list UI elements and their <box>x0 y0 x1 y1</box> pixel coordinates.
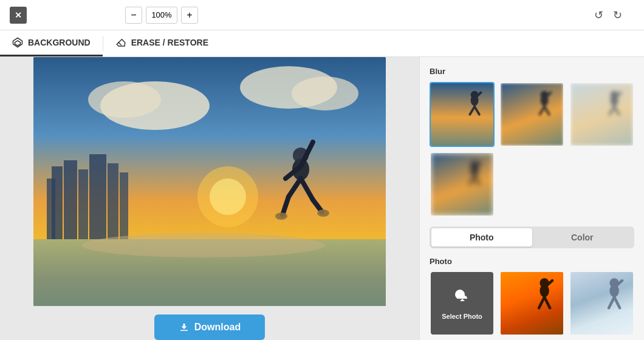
layers-icon <box>12 37 23 48</box>
scene-svg <box>33 57 386 306</box>
blur-thumb-3-scene <box>431 153 493 216</box>
upload-cloud-icon <box>453 287 472 306</box>
svg-line-47 <box>474 177 479 185</box>
svg-line-52 <box>544 297 550 308</box>
download-icon <box>179 322 190 333</box>
svg-rect-14 <box>89 154 106 239</box>
toggle-photo-button[interactable]: Photo <box>431 228 532 246</box>
main-content: Download Blur <box>0 57 644 340</box>
canvas-image <box>33 57 386 306</box>
svg-point-26 <box>317 209 329 217</box>
history-controls: ↺ ↻ <box>592 6 625 24</box>
photo-thumb-1-scene <box>501 272 563 335</box>
svg-point-9 <box>292 76 358 110</box>
svg-line-53 <box>539 297 544 308</box>
tab-erase-restore-label: ERASE / RESTORE <box>131 38 208 47</box>
blur-thumb-0-scene <box>431 83 493 146</box>
svg-rect-13 <box>78 169 88 239</box>
tab-background-label: BACKGROUND <box>28 38 91 47</box>
tab-background[interactable]: BACKGROUND <box>0 30 103 56</box>
undo-button[interactable]: ↺ <box>592 6 606 24</box>
photo-thumb-2[interactable] <box>569 271 634 336</box>
svg-rect-16 <box>120 172 128 239</box>
blur-thumb-1-scene <box>501 83 563 146</box>
blur-grid-row1 <box>430 82 634 147</box>
svg-marker-1 <box>15 41 21 46</box>
blur-thumb-1[interactable] <box>499 82 564 147</box>
svg-line-58 <box>609 297 614 308</box>
blur-thumb-0[interactable] <box>430 82 495 147</box>
photo-thumb-2-scene <box>570 272 633 335</box>
blur-thumb-3[interactable] <box>430 152 495 217</box>
canvas-area: Download <box>0 57 419 340</box>
svg-line-48 <box>470 177 474 185</box>
svg-rect-15 <box>108 163 118 239</box>
svg-point-5 <box>210 178 246 215</box>
photo-section-label: Photo <box>430 257 634 266</box>
download-label: Download <box>194 322 241 333</box>
svg-point-7 <box>88 81 161 118</box>
photo-color-toggle: Photo Color <box>430 226 634 248</box>
blur-section-label: Blur <box>430 67 634 76</box>
toolbar: ✕ − 100% + ↺ ↻ <box>0 0 644 30</box>
svg-rect-11 <box>47 178 55 239</box>
select-photo-tile[interactable]: Select Photo <box>430 271 495 336</box>
toggle-color-button[interactable]: Color <box>532 228 633 246</box>
zoom-out-button[interactable]: − <box>125 7 142 24</box>
download-button[interactable]: Download <box>154 314 265 340</box>
photo-thumb-1[interactable] <box>499 271 564 336</box>
tab-erase-restore[interactable]: ERASE / RESTORE <box>103 30 221 56</box>
svg-line-37 <box>544 107 549 115</box>
svg-line-38 <box>540 107 544 115</box>
svg-line-42 <box>614 107 619 115</box>
zoom-controls: − 100% + <box>125 7 198 24</box>
zoom-in-button[interactable]: + <box>181 7 198 24</box>
svg-rect-28 <box>431 83 493 146</box>
svg-rect-12 <box>64 160 77 239</box>
svg-line-43 <box>609 107 614 115</box>
zoom-value: 100% <box>146 7 177 24</box>
tab-bar: BACKGROUND ERASE / RESTORE <box>0 30 644 57</box>
blur-thumb-2[interactable] <box>569 82 634 147</box>
photo-grid: Select Photo <box>430 271 634 340</box>
redo-button[interactable]: ↻ <box>611 6 625 24</box>
svg-point-27 <box>275 212 287 220</box>
blur-thumb-2-scene <box>570 83 633 146</box>
svg-line-57 <box>614 297 620 308</box>
eraser-icon <box>115 37 126 48</box>
upload-icon <box>453 287 472 310</box>
select-photo-label: Select Photo <box>442 313 482 320</box>
close-button[interactable]: ✕ <box>10 7 27 24</box>
blur-empty-1 <box>499 152 564 217</box>
blur-empty-2 <box>569 152 634 217</box>
right-panel: Blur <box>419 57 644 340</box>
svg-point-17 <box>82 233 325 257</box>
